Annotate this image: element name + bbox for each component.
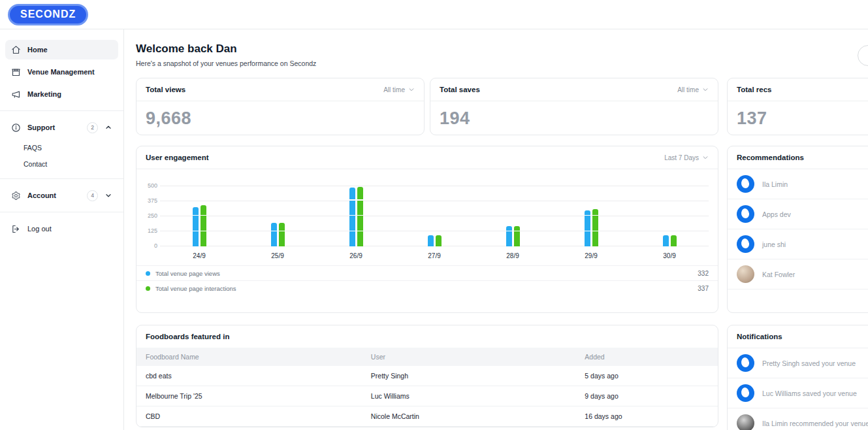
sidebar-item-label: Home [27, 46, 48, 54]
cell-foodboard-name: Melbourne Trip '25 [146, 392, 371, 400]
bar-views [349, 188, 355, 246]
stats-row: Total views All time 9,668 Total saves [136, 78, 718, 135]
legend-label: Total venue page views [155, 270, 692, 277]
page-title: Welcome back Dan [136, 42, 868, 56]
recommendation-item[interactable]: Apps dev [728, 199, 868, 229]
stat-card-total-saves: Total saves All time 194 [430, 78, 718, 135]
stat-filter-dropdown[interactable]: All time [677, 86, 709, 93]
bar-group: 26/9 [317, 186, 395, 259]
notification-item[interactable]: Luc Williams saved your venue [728, 378, 868, 408]
recommendations-title: Recommendations [737, 154, 804, 161]
stat-card-total-views: Total views All time 9,668 [136, 78, 425, 135]
sidebar-item-venue-management[interactable]: Venue Management [5, 62, 118, 82]
y-tick-label: 375 [148, 197, 157, 204]
stat-label: Total views [146, 86, 185, 93]
engagement-plot: 24/925/926/927/928/929/930/9 [160, 186, 709, 259]
chevron-down-icon [702, 86, 709, 93]
sidebar-item-marketing[interactable]: Marketing [5, 84, 118, 104]
bar-interactions [514, 226, 520, 246]
column-header-added: Added [585, 353, 709, 361]
sidebar-item-faqs[interactable]: FAQS [5, 140, 118, 156]
bar-interactions [357, 187, 363, 246]
sidebar-item-label: Support [27, 124, 55, 131]
info-icon [11, 123, 21, 133]
recommendation-name: june shi [762, 240, 786, 248]
table-row[interactable]: Melbourne Trip '25 Luc Williams 9 days a… [137, 386, 718, 406]
cell-added: 16 days ago [585, 412, 709, 420]
cell-foodboard-name: cbd eats [146, 372, 371, 380]
cell-foodboard-name: CBD [146, 412, 371, 420]
recommendation-item[interactable]: Kat Fowler [728, 259, 868, 289]
chevron-down-icon [702, 154, 709, 161]
sidebar-item-contact[interactable]: Contact [5, 156, 118, 172]
bar-views [663, 235, 669, 246]
main-content: Welcome back Dan Here's a snapshot of yo… [124, 29, 868, 430]
brand-logo[interactable]: SECONDZ [8, 4, 88, 25]
x-tick-label: 29/9 [585, 252, 597, 259]
recommendations-card: Recommendations Ila Limin Apps dev june … [727, 146, 868, 313]
column-header-foodboard-name: Foodboard Name [146, 353, 371, 361]
stat-value: 137 [728, 101, 868, 135]
x-tick-label: 25/9 [271, 252, 283, 259]
bar-interactions [436, 235, 442, 246]
stat-value: 194 [430, 101, 718, 135]
sidebar-divider [0, 110, 123, 111]
cell-user: Nicole McCartin [371, 412, 585, 420]
chart-legend: Total venue page views 332 Total venue p… [137, 265, 718, 295]
recommendation-name: Kat Fowler [762, 271, 795, 278]
foodboards-card: Foodboards featured in Foodboard Name Us… [136, 325, 718, 427]
brand-logo-text: SECONDZ [20, 8, 76, 20]
column-header-user: User [371, 353, 585, 361]
megaphone-icon [11, 90, 21, 99]
sidebar-item-home[interactable]: Home [5, 40, 118, 59]
list-spacer [728, 289, 868, 312]
notification-item[interactable]: Ila Limin recommended your venue [728, 408, 868, 430]
notification-text: Ila Limin recommended your venue [762, 420, 868, 427]
bar-interactions [671, 235, 677, 246]
legend-row-interactions: Total venue page interactions 337 [137, 280, 718, 295]
legend-dot-green [146, 286, 150, 291]
avatar [737, 265, 754, 283]
x-tick-label: 26/9 [349, 252, 362, 259]
notification-item[interactable]: Pretty Singh saved your venue [728, 348, 868, 378]
support-badge: 2 [87, 122, 98, 133]
cell-user: Pretty Singh [371, 372, 585, 380]
storefront-icon [11, 67, 21, 77]
chevron-down-icon [104, 191, 112, 199]
legend-value: 337 [698, 285, 709, 292]
sidebar-item-label: Marketing [27, 90, 61, 98]
engagement-filter-dropdown[interactable]: Last 7 Days [664, 154, 709, 161]
sidebar-item-account[interactable]: Account 4 [5, 186, 118, 205]
account-badge: 4 [87, 190, 98, 201]
chevron-up-icon [104, 124, 112, 131]
sidebar-item-logout[interactable]: Log out [5, 219, 118, 239]
legend-row-views: Total venue page views 332 [137, 265, 718, 280]
legend-dot-blue [146, 271, 150, 276]
sidebar-item-label: Log out [27, 225, 52, 233]
engagement-filter-value: Last 7 Days [664, 154, 699, 161]
bar-group: 29/9 [552, 186, 630, 259]
user-engagement-card: User engagement Last 7 Days 012525037550… [136, 146, 718, 313]
bar-group: 28/9 [474, 186, 552, 259]
recommendation-name: Apps dev [762, 210, 791, 218]
bar-views [585, 210, 590, 246]
y-tick-label: 0 [154, 242, 157, 249]
stat-filter-dropdown[interactable]: All time [383, 86, 415, 93]
cell-added: 5 days ago [585, 372, 709, 380]
stat-value: 9,668 [137, 101, 424, 135]
legend-value: 332 [698, 270, 709, 277]
engagement-title: User engagement [146, 154, 209, 161]
avatar [737, 175, 754, 193]
x-tick-label: 30/9 [663, 252, 675, 259]
sidebar-item-support[interactable]: Support 2 [5, 118, 118, 137]
table-row[interactable]: CBD Nicole McCartin 16 days ago [137, 406, 718, 427]
recommendation-item[interactable]: Ila Limin [728, 169, 868, 199]
legend-label: Total venue page interactions [155, 285, 692, 292]
cell-user: Luc Williams [371, 392, 585, 400]
table-row[interactable]: cbd eats Pretty Singh 5 days ago [137, 366, 718, 386]
chevron-down-icon [408, 86, 415, 93]
recommendation-item[interactable]: june shi [728, 229, 868, 259]
bar-interactions [201, 205, 206, 246]
x-tick-label: 27/9 [428, 252, 440, 259]
avatar [737, 205, 754, 223]
